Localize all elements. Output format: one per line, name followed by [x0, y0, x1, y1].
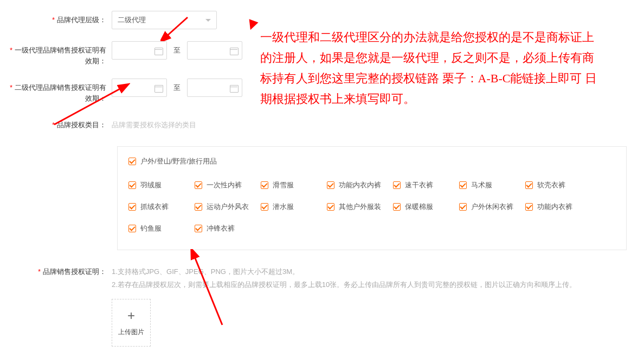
checkbox-category-item[interactable]: 运动户外风衣 [195, 202, 261, 212]
checkbox-category-item[interactable]: 功能内衣内裤 [327, 180, 393, 190]
checkbox-category-item[interactable]: 保暖棉服 [393, 202, 459, 212]
checkbox-category-item[interactable]: 滑雪服 [261, 180, 327, 190]
date-separator: 至 [173, 83, 181, 93]
row-proof: *品牌销售授权证明： 1.支持格式JPG、GIF、JPEG、PNG，图片大小不超… [5, 265, 639, 347]
select-agent-level[interactable]: 二级代理 [112, 11, 217, 29]
checkbox-label: 软壳衣裤 [537, 180, 565, 190]
row-level2-period: *二级代理品牌销售授权证明有效期： 至 [5, 79, 639, 104]
label-agent-level: *品牌代理层级： [5, 11, 112, 29]
checkbox-label: 潜水服 [273, 202, 294, 212]
label-proof: *品牌销售授权证明： [5, 265, 112, 278]
checkbox-label: 功能内衣内裤 [339, 180, 381, 190]
checkbox-icon [393, 181, 401, 189]
checkbox-parent-outdoor[interactable]: 户外/登山/野营/旅行用品 [128, 156, 217, 166]
proof-help-1: 1.支持格式JPG、GIF、JPEG、PNG，图片大小不超过3M。 [112, 265, 299, 278]
checkbox-icon [128, 158, 136, 165]
proof-help-2: 2.若存在品牌授权层次，则需要上载相应的品牌授权证明，最多上载10张。务必上传由… [112, 278, 576, 291]
plus-icon: + [127, 309, 135, 322]
checkbox-icon [393, 203, 401, 211]
checkbox-category-item[interactable]: 抓绒衣裤 [128, 202, 195, 212]
row-category: *品牌授权类目： 品牌需要授权你选择的类目 [5, 116, 639, 134]
select-agent-level-value: 二级代理 [118, 15, 146, 25]
checkbox-label: 马术服 [471, 180, 492, 190]
checkbox-icon [195, 203, 202, 211]
checkbox-category-item[interactable]: 功能内衣裤 [525, 202, 591, 212]
checkbox-icon [327, 203, 334, 211]
label-category: *品牌授权类目： [5, 116, 112, 134]
chevron-down-icon [205, 19, 211, 22]
calendar-icon [230, 84, 237, 92]
checkbox-icon [525, 181, 533, 189]
input-level2-start-date[interactable] [112, 79, 167, 97]
checkbox-label: 户外/登山/野营/旅行用品 [140, 156, 217, 166]
calendar-icon [154, 84, 162, 92]
input-level1-end-date[interactable] [187, 41, 242, 60]
checkbox-label: 冲锋衣裤 [207, 224, 235, 233]
row-agent-level: *品牌代理层级： 二级代理 [5, 11, 639, 29]
checkbox-icon [261, 203, 268, 211]
checkbox-icon [525, 203, 533, 211]
checkbox-category-item[interactable]: 一次性内裤 [195, 180, 261, 190]
checkbox-label: 钓鱼服 [140, 224, 162, 233]
category-panel: 户外/登山/野营/旅行用品 羽绒服一次性内裤滑雪服功能内衣内裤速干衣裤马术服软壳… [117, 146, 627, 250]
checkbox-icon [128, 225, 136, 232]
label-level1-period: *一级代理品牌销售授权证明有效期： [5, 41, 112, 67]
calendar-icon [230, 47, 237, 54]
checkbox-icon [459, 203, 467, 211]
checkbox-icon [195, 225, 202, 232]
checkbox-label: 功能内衣裤 [537, 202, 572, 212]
checkbox-icon [459, 181, 467, 189]
checkbox-category-item[interactable]: 冲锋衣裤 [195, 224, 261, 233]
checkbox-label: 保暖棉服 [405, 202, 433, 212]
checkbox-label: 抓绒衣裤 [140, 202, 169, 212]
upload-image-button[interactable]: + 上传图片 [112, 299, 151, 347]
input-level2-end-date[interactable] [187, 79, 242, 97]
checkbox-label: 滑雪服 [273, 180, 294, 190]
checkbox-label: 其他户外服装 [339, 202, 381, 212]
checkbox-category-item[interactable]: 速干衣裤 [393, 180, 459, 190]
checkbox-category-item[interactable]: 马术服 [459, 180, 525, 190]
checkbox-icon [327, 181, 334, 189]
category-placeholder: 品牌需要授权你选择的类目 [112, 116, 196, 134]
label-level2-period: *二级代理品牌销售授权证明有效期： [5, 79, 112, 104]
checkbox-icon [128, 181, 136, 189]
checkbox-icon [261, 181, 268, 189]
input-level1-start-date[interactable] [112, 41, 167, 60]
checkbox-category-item[interactable]: 软壳衣裤 [525, 180, 591, 190]
checkbox-category-item[interactable]: 钓鱼服 [128, 224, 195, 233]
checkbox-label: 速干衣裤 [405, 180, 433, 190]
checkbox-icon [128, 203, 136, 211]
checkbox-label: 运动户外风衣 [207, 202, 249, 212]
checkbox-category-item[interactable]: 潜水服 [261, 202, 327, 212]
checkbox-category-item[interactable]: 羽绒服 [128, 180, 195, 190]
date-separator: 至 [173, 45, 181, 55]
checkbox-category-item[interactable]: 户外休闲衣裤 [459, 202, 525, 212]
row-level1-period: *一级代理品牌销售授权证明有效期： 至 [5, 41, 639, 67]
checkbox-category-item[interactable]: 其他户外服装 [327, 202, 393, 212]
checkbox-label: 户外休闲衣裤 [471, 202, 513, 212]
checkbox-label: 一次性内裤 [207, 180, 242, 190]
calendar-icon [154, 47, 162, 54]
checkbox-label: 羽绒服 [140, 180, 162, 190]
upload-label: 上传图片 [118, 328, 144, 337]
checkbox-icon [195, 181, 202, 189]
